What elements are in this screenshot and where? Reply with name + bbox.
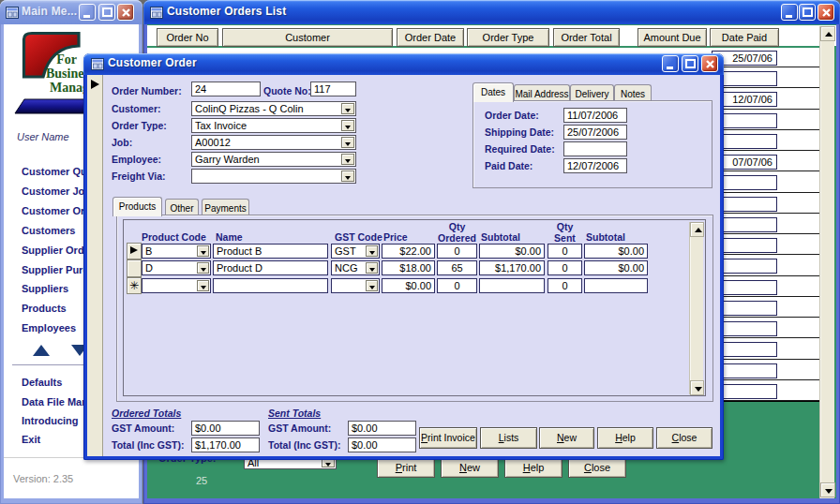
sidebar-item-customer-job[interactable]: Customer Job	[22, 185, 91, 197]
column-header-order-total[interactable]: Order Total	[553, 28, 620, 47]
tab-dates[interactable]: Dates	[472, 82, 514, 102]
close-button[interactable]: Close	[568, 458, 626, 478]
cell-subtotal[interactable]	[479, 278, 545, 293]
dropdown-arrow-icon[interactable]	[341, 120, 354, 131]
cell-name[interactable]: Product D	[213, 260, 328, 275]
cell-subtotal[interactable]: $1,170.00	[479, 260, 545, 275]
tab-other[interactable]: Other	[165, 199, 199, 215]
maximize-button[interactable]	[98, 4, 115, 21]
print-button[interactable]: Print	[377, 458, 435, 478]
dropdown-arrow-icon[interactable]	[366, 245, 378, 257]
help-button[interactable]: Help	[597, 427, 653, 449]
cell-subtotal-sent[interactable]	[584, 278, 648, 293]
record-selector[interactable]	[127, 259, 142, 276]
dropdown-arrow-icon[interactable]	[197, 262, 209, 274]
shipping-date-input[interactable]: 25/07/2006	[563, 125, 627, 140]
dropdown-arrow-icon[interactable]	[366, 262, 378, 274]
dropdown-arrow-icon[interactable]	[341, 154, 354, 165]
cell-name[interactable]: Product B	[213, 244, 328, 259]
order-date-input[interactable]: 11/07/2006	[563, 108, 627, 123]
cell-qty-sent[interactable]: 0	[548, 260, 582, 275]
tab-products[interactable]: Products	[112, 197, 162, 216]
job-combo[interactable]: A00012	[191, 135, 356, 150]
sidebar-item-exit[interactable]: Exit	[22, 434, 40, 445]
column-header-order-type[interactable]: Order Type	[467, 28, 549, 47]
cell-subtotal-sent[interactable]: $0.00	[584, 260, 648, 275]
cell-qty-ordered[interactable]: 0	[437, 278, 477, 293]
sidebar-item-customers[interactable]: Customers	[22, 225, 75, 236]
scrollbar-down-button[interactable]	[820, 482, 835, 497]
record-selector-bar[interactable]	[87, 75, 103, 456]
cell-product-code[interactable]: D	[142, 260, 211, 275]
subform-vertical-scrollbar[interactable]	[689, 222, 703, 394]
cell-product-code[interactable]	[142, 278, 211, 293]
maximize-button[interactable]	[799, 4, 816, 21]
scroll-up-arrow-icon[interactable]	[33, 345, 50, 356]
sidebar-item-customer-ord[interactable]: Customer Ord	[22, 205, 91, 216]
scrollbar-up-button[interactable]	[820, 26, 835, 41]
column-header-order-no[interactable]: Order No	[157, 28, 218, 47]
sidebar-item-defaults[interactable]: Defaults	[22, 377, 62, 388]
close-button[interactable]	[117, 4, 134, 21]
sidebar-item-data-file-man[interactable]: Data File Man	[22, 396, 88, 408]
order-number-input[interactable]: 24	[191, 82, 261, 96]
new-button[interactable]: New	[441, 458, 499, 478]
ordered-gst-input[interactable]: $0.00	[191, 421, 260, 436]
new-record-selector[interactable]: ✳	[127, 277, 142, 294]
ordered-total-input[interactable]: $1,170.00	[191, 437, 260, 452]
column-header-date-paid[interactable]: Date Paid	[710, 28, 779, 47]
employee-combo[interactable]: Garry Warden	[191, 152, 356, 167]
column-header-amount-due[interactable]: Amount Due	[638, 28, 707, 47]
help-button[interactable]: Help	[504, 458, 562, 478]
freight-via-combo[interactable]	[191, 169, 356, 184]
sidebar-item-employees[interactable]: Employees	[22, 322, 76, 334]
required-date-input[interactable]	[563, 141, 627, 156]
minimize-button[interactable]	[662, 55, 679, 72]
quote-no-input[interactable]: 117	[310, 82, 356, 96]
cell-gst-code[interactable]: GST	[331, 244, 380, 259]
cell-gst-code[interactable]: NCG	[331, 260, 380, 275]
paid-date-input[interactable]: 12/07/2006	[563, 158, 627, 173]
close-button[interactable]	[818, 4, 834, 21]
cell-qty-ordered[interactable]: 0	[437, 244, 477, 259]
order-type-combo[interactable]: Tax Invoice	[191, 118, 356, 133]
sent-total-input[interactable]: $0.00	[348, 437, 416, 452]
cell-gst-code[interactable]	[331, 278, 380, 293]
sidebar-item-suppliers[interactable]: Suppliers	[22, 283, 68, 294]
cell-price[interactable]: $0.00	[382, 278, 435, 293]
print-invoice-button[interactable]: Print Invoice	[419, 427, 477, 449]
sidebar-item-supplier-purc[interactable]: Supplier Purc	[22, 264, 89, 275]
sidebar-item-customer-quo[interactable]: Customer Quo	[22, 166, 93, 177]
column-header-order-date[interactable]: Order Date	[397, 28, 464, 47]
tab-mail-address[interactable]: Mail Address	[514, 84, 570, 100]
cell-subtotal[interactable]: $0.00	[479, 244, 545, 259]
cell-qty-sent[interactable]: 0	[548, 244, 582, 259]
minimize-button[interactable]	[781, 4, 798, 21]
sidebar-item-supplier-orde[interactable]: Supplier Orde	[22, 245, 90, 256]
dialog-titlebar[interactable]: Customer Order	[83, 53, 724, 75]
scrollbar-up-button[interactable]	[690, 222, 704, 237]
cell-price[interactable]: $18.00	[382, 260, 435, 275]
dropdown-arrow-icon[interactable]	[341, 137, 354, 148]
sidebar-item-products[interactable]: Products	[22, 303, 67, 314]
new-button[interactable]: New	[539, 427, 594, 449]
close-button[interactable]: Close	[656, 427, 712, 449]
tab-notes[interactable]: Notes	[614, 84, 652, 100]
cell-name[interactable]	[213, 278, 328, 293]
cell-qty-ordered[interactable]: 65	[437, 260, 477, 275]
dropdown-arrow-icon[interactable]	[341, 170, 354, 182]
main-menu-titlebar[interactable]: Main Me...	[0, 0, 142, 24]
column-header-customer[interactable]: Customer	[222, 28, 393, 47]
minimize-button[interactable]	[79, 4, 96, 21]
dropdown-arrow-icon[interactable]	[197, 245, 209, 257]
tab-payments[interactable]: Payments	[202, 199, 249, 215]
scrollbar-down-button[interactable]	[690, 380, 704, 395]
cell-qty-sent[interactable]: 0	[548, 278, 582, 293]
tab-delivery[interactable]: Delivery	[570, 84, 614, 100]
maximize-button[interactable]	[682, 55, 698, 72]
dropdown-arrow-icon[interactable]	[366, 280, 378, 291]
sidebar-item-introducing[interactable]: Introducing	[22, 415, 79, 426]
close-button[interactable]	[701, 55, 718, 72]
cell-price[interactable]: $22.00	[382, 244, 435, 259]
customer-combo[interactable]: ColinQ Pizzas - Q Colin	[191, 101, 356, 116]
